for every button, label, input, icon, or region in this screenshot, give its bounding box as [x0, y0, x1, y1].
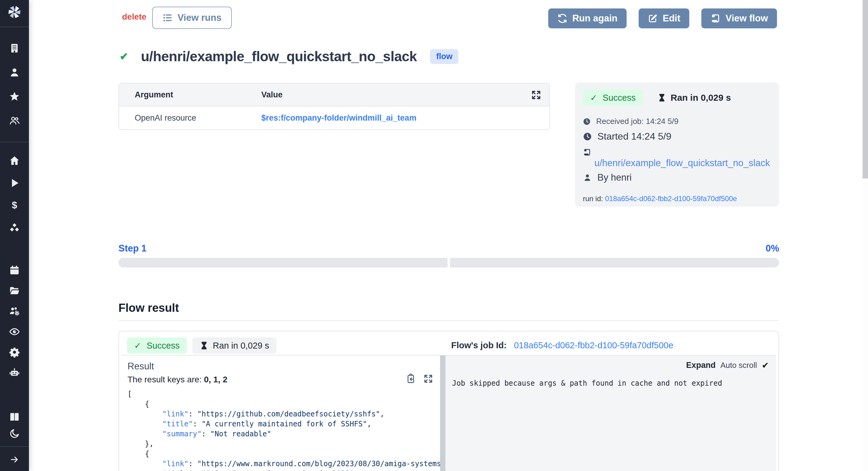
- result-keys-label: The result keys are:: [127, 375, 204, 384]
- sidebar-item-workers[interactable]: [0, 362, 29, 383]
- sidebar-collapse-button[interactable]: [0, 450, 29, 469]
- moon-icon: [9, 428, 20, 439]
- calendar-icon: [9, 265, 20, 275]
- duration-chip: Ran in 0,029 s: [192, 337, 276, 354]
- sidebar-item-groups[interactable]: [0, 301, 29, 321]
- page-scrollbar[interactable]: [863, 0, 868, 471]
- progress-bar: [119, 258, 779, 267]
- edit-button[interactable]: Edit: [639, 8, 689, 28]
- sidebar-group-top: [0, 36, 29, 133]
- sidebar-item-home[interactable]: [0, 150, 29, 172]
- result-title: Result: [127, 361, 440, 372]
- sidebar-divider: [0, 142, 29, 142]
- step-label[interactable]: Step 1: [119, 243, 147, 254]
- sidebar-divider: [0, 27, 29, 27]
- expand-table-icon[interactable]: [531, 90, 541, 100]
- svg-text:$: $: [12, 200, 17, 210]
- view-runs-button[interactable]: View runs: [152, 7, 232, 29]
- duration-label: Ran in 0,029 s: [213, 341, 269, 351]
- status-label: Success: [602, 93, 636, 103]
- copy-result-icon[interactable]: [406, 374, 416, 384]
- dollar-icon: $: [9, 200, 20, 211]
- arguments-table-header: Argument Value: [119, 84, 550, 107]
- view-flow-label: View flow: [725, 13, 768, 24]
- eye-icon: [9, 326, 20, 337]
- argument-value-link[interactable]: $res:f/company-folder/windmill_ai_team: [261, 113, 416, 123]
- building-icon: [9, 43, 20, 54]
- sidebar-item-folders[interactable]: [0, 281, 29, 301]
- robot-icon: [9, 367, 20, 378]
- cubes-icon: [9, 222, 20, 233]
- json-line: [: [127, 389, 440, 399]
- duration-label: Ran in 0,029 s: [671, 93, 731, 103]
- clock-icon: [583, 132, 592, 141]
- flow-result-status-row: ✓ Success Ran in 0,029 s: [127, 337, 276, 354]
- log-panel: Expand Auto scroll ✔ Job skipped because…: [445, 355, 776, 471]
- result-keys-value: 0, 1, 2: [204, 375, 227, 384]
- flow-badge: flow: [430, 49, 458, 64]
- flow-job-id-row: Flow's job Id: 018a654c-d062-fbb2-d100-5…: [451, 341, 673, 350]
- view-runs-label: View runs: [178, 12, 221, 23]
- progress-segment[interactable]: [119, 258, 447, 267]
- panel-resize-handle[interactable]: [440, 355, 445, 471]
- sidebar-item-variables[interactable]: $: [0, 194, 29, 216]
- table-row: OpenAI resource$res:f/company-folder/win…: [119, 107, 550, 129]
- person-icon: [583, 173, 592, 182]
- user-icon: [9, 67, 20, 78]
- json-line: },: [127, 439, 440, 449]
- column-value: Value: [261, 90, 283, 99]
- sidebar-item-docs[interactable]: [0, 408, 29, 425]
- check-icon: ✓: [590, 93, 597, 103]
- windmill-logo[interactable]: [0, 4, 29, 20]
- run-again-button[interactable]: Run again: [548, 8, 627, 28]
- json-line: "link": "https://github.com/deadbeefsoci…: [127, 409, 440, 419]
- run-id-link[interactable]: 018a654c-d062-fbb2-d100-59fa70df500e: [605, 195, 737, 203]
- result-json: [ { "link": "https://github.com/deadbeef…: [127, 389, 440, 471]
- received-job-label: Received job: 14:24 5/9: [596, 117, 678, 126]
- sidebar-group-admin: [0, 260, 29, 383]
- delete-button[interactable]: delete: [122, 12, 147, 22]
- home-icon: [9, 155, 20, 166]
- divider: [119, 320, 779, 321]
- autoscroll-checkbox[interactable]: ✔: [762, 360, 769, 370]
- flow-job-id-link[interactable]: 018a654c-d062-fbb2-d100-59fa70df500e: [514, 341, 673, 350]
- json-line: "title": "A currently maintained fork of…: [127, 419, 440, 429]
- sidebar-item-runs[interactable]: [0, 172, 29, 194]
- json-line: "title": "Amiga Systems Programming in 2…: [127, 469, 440, 471]
- status-badge: ✓ Success: [583, 90, 643, 106]
- view-flow-button[interactable]: View flow: [701, 8, 777, 28]
- sidebar-item-account[interactable]: [0, 60, 29, 84]
- sidebar-item-resources[interactable]: [0, 216, 29, 239]
- star-icon: [9, 91, 20, 102]
- started-at: Started 14:24 5/9: [583, 131, 771, 142]
- sidebar-item-favorites[interactable]: [0, 84, 29, 109]
- progress-segment[interactable]: [450, 258, 779, 267]
- scroll-icon: [710, 13, 721, 24]
- started-at-label: Started 14:24 5/9: [597, 131, 672, 142]
- check-icon: ✓: [134, 341, 141, 351]
- book-icon: [9, 411, 20, 422]
- result-log-split: Result The result keys are: 0, 1, 2 [ { …: [121, 355, 776, 471]
- expand-logs-button[interactable]: Expand: [686, 361, 716, 370]
- status-badge: ✓ Success: [127, 337, 187, 354]
- sidebar-item-dark-mode[interactable]: [0, 425, 29, 442]
- clock-icon: [583, 118, 591, 125]
- flow-job-id-label: Flow's job Id:: [451, 341, 507, 350]
- flow-path-link[interactable]: u/henri/example_flow_quickstart_no_slack: [583, 158, 771, 169]
- page-scrollbar-thumb[interactable]: [863, 0, 868, 178]
- page-title: u/henri/example_flow_quickstart_no_slack: [141, 48, 417, 64]
- sidebar-group-misc: [0, 408, 29, 442]
- received-job: Received job: 14:24 5/9: [583, 117, 771, 126]
- expand-result-icon[interactable]: [423, 374, 433, 384]
- sidebar-group-main: $: [0, 150, 29, 239]
- sidebar-item-instance-groups[interactable]: [0, 109, 29, 133]
- result-panel: Result The result keys are: 0, 1, 2 [ { …: [121, 355, 440, 471]
- run-info-panel: ✓ Success Ran in 0,029 s Received job: 1…: [575, 82, 779, 207]
- sidebar-item-audit-logs[interactable]: [0, 321, 29, 342]
- step-progress-row: Step 1 0%: [119, 243, 779, 254]
- sidebar-item-workspace[interactable]: [0, 36, 29, 60]
- sidebar-item-settings[interactable]: [0, 342, 29, 362]
- title-row: ✔ u/henri/example_flow_quickstart_no_sla…: [120, 48, 458, 64]
- play-icon: [9, 178, 20, 188]
- sidebar-item-schedules[interactable]: [0, 260, 29, 281]
